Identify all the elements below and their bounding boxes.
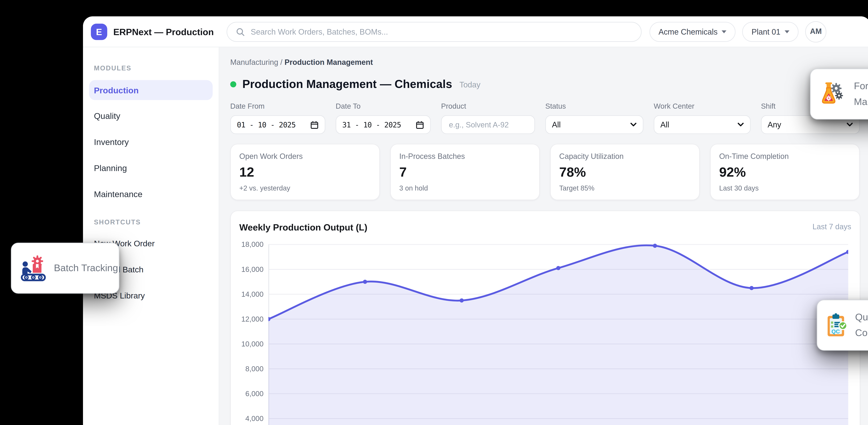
kpi-subtext: Last 30 days bbox=[719, 185, 850, 192]
quality-control-card[interactable]: QC Quality Control bbox=[817, 300, 868, 350]
filter-label: Date From bbox=[230, 102, 325, 111]
plant-label: Plant 01 bbox=[751, 27, 780, 36]
y-axis-tick: 6,000 bbox=[231, 389, 264, 399]
avatar-initials: AM bbox=[810, 27, 822, 36]
production-chart-svg bbox=[268, 243, 848, 425]
conveyor-batch-icon bbox=[20, 254, 48, 282]
qc-icon-text: QC bbox=[832, 328, 840, 335]
quality-control-label: Quality Control bbox=[855, 309, 868, 341]
kpi-label: Capacity Utilization bbox=[559, 152, 690, 161]
kpi-subtext: 3 on hold bbox=[399, 185, 531, 192]
kpi-value: 12 bbox=[239, 165, 371, 180]
qc-clipboard-icon: QC bbox=[825, 312, 848, 339]
kpi-in-process-batches: In-Process Batches 7 3 on hold bbox=[390, 144, 540, 200]
calendar-icon[interactable] bbox=[415, 120, 424, 129]
status-value: All bbox=[552, 120, 630, 129]
y-axis-tick: 10,000 bbox=[231, 339, 264, 349]
status-dot-icon bbox=[230, 81, 236, 87]
sidebar-item-maintenance[interactable]: Maintenance bbox=[83, 181, 219, 207]
y-axis-tick: 18,000 bbox=[231, 240, 264, 250]
top-bar: E ERPNext — Production Acme Chemicals Pl… bbox=[83, 16, 868, 47]
sidebar-item-quality[interactable]: Quality bbox=[83, 103, 219, 129]
caret-down-icon bbox=[785, 30, 789, 33]
sidebar-item-label: Quality bbox=[94, 111, 120, 120]
filter-product: Product bbox=[441, 102, 535, 134]
product-input[interactable] bbox=[448, 120, 528, 130]
plant-selector[interactable]: Plant 01 bbox=[743, 22, 799, 41]
filter-work-center: Work Center All bbox=[654, 102, 751, 134]
y-axis-tick: 16,000 bbox=[231, 264, 264, 274]
today-badge: Today bbox=[459, 80, 480, 89]
work-center-select[interactable]: All bbox=[654, 115, 751, 134]
page-header: Production Management — Chemicals Today bbox=[230, 77, 860, 92]
y-axis-tick: 14,000 bbox=[231, 289, 264, 299]
y-axis-tick: 8,000 bbox=[231, 364, 264, 374]
screenshot-stage: E ERPNext — Production Acme Chemicals Pl… bbox=[0, 0, 868, 425]
chart-header: Weekly Production Output (L) Last 7 days bbox=[239, 221, 851, 233]
chevron-down-icon bbox=[630, 122, 637, 127]
kpi-subtext: Target 85% bbox=[559, 185, 690, 192]
kpi-value: 78% bbox=[559, 165, 690, 180]
calendar-icon[interactable] bbox=[310, 120, 319, 129]
main-content: Manufacturing / Production Management Pr… bbox=[219, 47, 868, 425]
filter-label: Status bbox=[545, 102, 643, 111]
batch-tracking-label: Batch Tracking bbox=[54, 260, 118, 276]
date-from-input[interactable]: 01 - 10 - 2025 bbox=[230, 115, 325, 134]
formula-management-card[interactable]: Formula Management bbox=[810, 68, 868, 119]
work-center-value: All bbox=[660, 120, 737, 129]
shift-value: Any bbox=[768, 120, 846, 129]
search-input[interactable] bbox=[249, 26, 641, 37]
product-input-box[interactable] bbox=[441, 115, 535, 134]
filter-date-to: Date To 31 - 10 - 2025 bbox=[336, 102, 431, 134]
breadcrumb-section[interactable]: Manufacturing bbox=[230, 58, 278, 67]
sidebar-item-inventory[interactable]: Inventory bbox=[83, 129, 219, 155]
sidebar-item-label: Inventory bbox=[94, 137, 129, 146]
kpi-open-work-orders: Open Work Orders 12 +2 vs. yesterday bbox=[230, 144, 380, 200]
chevron-down-icon bbox=[846, 122, 853, 127]
filter-bar: Date From 01 - 10 - 2025 Dat bbox=[230, 102, 860, 134]
kpi-row: Open Work Orders 12 +2 vs. yesterday In-… bbox=[230, 144, 860, 200]
kpi-subtext: +2 vs. yesterday bbox=[239, 185, 371, 192]
chart-title: Weekly Production Output (L) bbox=[239, 222, 368, 232]
kpi-label: Open Work Orders bbox=[239, 152, 371, 161]
kpi-value: 92% bbox=[719, 165, 850, 180]
search-icon bbox=[236, 27, 245, 36]
erpnext-logo: E bbox=[91, 23, 107, 39]
status-select[interactable]: All bbox=[545, 115, 643, 134]
formula-management-label: Formula Management bbox=[854, 78, 868, 110]
date-to-value: 31 - 10 - 2025 bbox=[342, 120, 415, 129]
flask-gears-icon bbox=[819, 80, 846, 108]
breadcrumb: Manufacturing / Production Management bbox=[230, 57, 860, 68]
sidebar: MODULES Production Quality Inventory Pla… bbox=[83, 47, 219, 425]
company-label: Acme Chemicals bbox=[658, 27, 717, 36]
filter-label: Work Center bbox=[654, 102, 751, 111]
date-to-input[interactable]: 31 - 10 - 2025 bbox=[336, 115, 431, 134]
kpi-label: On-Time Completion bbox=[719, 152, 850, 161]
app-title: ERPNext — Production bbox=[113, 26, 214, 37]
sidebar-item-planning[interactable]: Planning bbox=[83, 155, 219, 181]
global-search[interactable] bbox=[226, 22, 642, 41]
production-chart-card: Weekly Production Output (L) Last 7 days… bbox=[230, 210, 860, 425]
chart-range-label: Last 7 days bbox=[812, 223, 851, 231]
logo-letter: E bbox=[96, 26, 102, 37]
batch-tracking-card[interactable]: Batch Tracking bbox=[11, 243, 119, 293]
user-avatar[interactable]: AM bbox=[805, 21, 827, 42]
app-window: E ERPNext — Production Acme Chemicals Pl… bbox=[83, 16, 868, 425]
kpi-value: 7 bbox=[399, 165, 531, 180]
chevron-down-icon bbox=[737, 122, 744, 127]
sidebar-item-label: Production bbox=[94, 85, 139, 95]
breadcrumb-page: Production Management bbox=[284, 58, 373, 67]
shortcuts-heading: SHORTCUTS bbox=[83, 217, 219, 227]
sidebar-item-production[interactable]: Production bbox=[89, 80, 213, 100]
date-from-value: 01 - 10 - 2025 bbox=[237, 120, 310, 129]
y-axis-tick: 12,000 bbox=[231, 314, 264, 324]
sidebar-item-label: Planning bbox=[94, 163, 127, 173]
kpi-on-time-completion: On-Time Completion 92% Last 30 days bbox=[710, 144, 860, 200]
filter-date-from: Date From 01 - 10 - 2025 bbox=[230, 102, 325, 134]
kpi-label: In-Process Batches bbox=[399, 152, 531, 161]
company-selector[interactable]: Acme Chemicals bbox=[649, 22, 736, 41]
filter-label: Date To bbox=[336, 102, 431, 111]
kpi-capacity-utilization: Capacity Utilization 78% Target 85% bbox=[550, 144, 700, 200]
breadcrumb-separator: / bbox=[278, 58, 284, 67]
caret-down-icon bbox=[722, 30, 727, 33]
